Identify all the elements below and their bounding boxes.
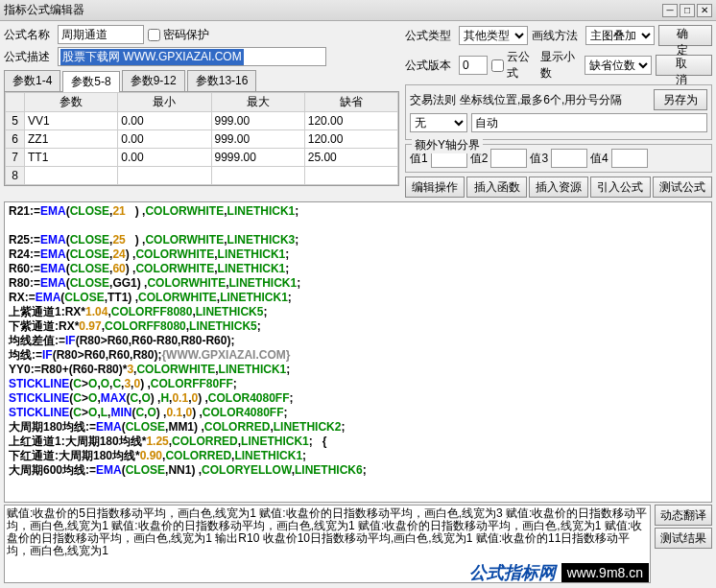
param-name-input[interactable] <box>28 150 114 165</box>
formula-type-label: 公式类型 <box>405 28 455 44</box>
param-def-input[interactable] <box>308 131 394 147</box>
formula-type-select[interactable]: 其他类型 <box>459 26 528 45</box>
formula-name-label: 公式名称 <box>4 27 54 43</box>
draw-method-label: 画线方法 <box>532 28 582 44</box>
param-tab-3[interactable]: 参数13-16 <box>187 70 257 91</box>
val3-input[interactable] <box>551 149 587 168</box>
param-name-input[interactable] <box>28 131 114 147</box>
trade-rule-label: 交易法则 <box>410 92 456 108</box>
param-min-input[interactable] <box>121 113 207 129</box>
param-max-input[interactable] <box>215 168 301 183</box>
trade-rule-group: 交易法则 坐标线位置,最多6个,用分号分隔 另存为 无 <box>405 84 712 140</box>
param-name-input[interactable] <box>28 113 114 129</box>
param-max-input[interactable] <box>215 113 301 129</box>
param-def-input[interactable] <box>308 150 394 165</box>
param-def-input[interactable] <box>308 113 394 129</box>
param-tabs: 参数1-4参数5-8参数9-12参数13-16 <box>4 70 399 92</box>
param-row: 6 <box>6 130 398 149</box>
param-row: 8 <box>6 167 398 185</box>
param-table: 参数 最小 最大 缺省 5 6 7 8 <box>4 92 399 186</box>
formula-version-label: 公式版本 <box>405 58 455 74</box>
trade-rule-select[interactable]: 无 <box>410 113 467 132</box>
code-editor[interactable]: R21:=EMA(CLOSE,21 ) ,COLORWHITE,LINETHIC… <box>4 201 712 503</box>
edit-op-button[interactable]: 编辑操作 <box>405 176 465 198</box>
import-formula-button[interactable]: 引入公式 <box>590 176 650 198</box>
col-default: 缺省 <box>304 93 397 112</box>
coord-input[interactable] <box>471 113 707 132</box>
ok-button[interactable]: 确 定 <box>658 25 712 46</box>
param-tab-1[interactable]: 参数5-8 <box>62 71 119 92</box>
insert-res-button[interactable]: 插入资源 <box>529 176 588 198</box>
col-max: 最大 <box>211 93 304 112</box>
password-checkbox[interactable]: 密码保护 <box>148 27 209 43</box>
close-button[interactable]: ✕ <box>697 4 712 17</box>
watermark: 公式指标网 www.9m8.cn <box>469 561 649 584</box>
cloud-checkbox[interactable]: 云公式 <box>491 49 537 82</box>
param-max-input[interactable] <box>215 131 301 147</box>
param-tab-0[interactable]: 参数1-4 <box>4 70 60 91</box>
test-formula-button[interactable]: 测试公式 <box>653 176 712 198</box>
param-max-input[interactable] <box>215 150 301 165</box>
show-decimal-label: 显示小数 <box>540 49 582 82</box>
cancel-button[interactable]: 取 消 <box>656 55 712 76</box>
formula-name-input[interactable] <box>58 25 144 44</box>
val4-input[interactable] <box>611 149 648 168</box>
formula-version-input[interactable] <box>459 56 488 75</box>
draw-method-select[interactable]: 主图叠加 <box>585 26 655 45</box>
param-row: 7 <box>6 149 398 167</box>
window-title: 指标公式编辑器 <box>4 2 660 18</box>
coord-hint: 坐标线位置,最多6个,用分号分隔 <box>460 92 650 108</box>
test-result-button[interactable]: 测试结果 <box>655 528 712 549</box>
insert-fn-button[interactable]: 插入函数 <box>466 176 526 198</box>
param-tab-2[interactable]: 参数9-12 <box>122 70 185 91</box>
maximize-button[interactable]: □ <box>680 4 695 17</box>
param-row: 5 <box>6 112 398 130</box>
save-as-button[interactable]: 另存为 <box>654 89 707 110</box>
extra-y-group: 额外Y轴分界 值1 值2 值3 值4 <box>405 144 712 173</box>
val2-input[interactable] <box>490 149 527 168</box>
titlebar: 指标公式编辑器 ─ □ ✕ <box>0 0 716 21</box>
param-min-input[interactable] <box>121 168 207 183</box>
formula-desc-label: 公式描述 <box>4 49 54 65</box>
param-min-input[interactable] <box>121 131 207 147</box>
formula-desc-input[interactable]: 股票下载网 WWW.GPXIAZAI.COM <box>58 47 326 66</box>
param-min-input[interactable] <box>121 150 207 165</box>
minimize-button[interactable]: ─ <box>662 4 678 17</box>
dyn-trans-button[interactable]: 动态翻译 <box>655 505 712 526</box>
param-name-input[interactable] <box>28 168 114 183</box>
show-decimal-select[interactable]: 缺省位数 <box>585 56 652 75</box>
param-def-input[interactable] <box>308 168 394 183</box>
col-param: 参数 <box>25 93 118 112</box>
col-min: 最小 <box>118 93 211 112</box>
